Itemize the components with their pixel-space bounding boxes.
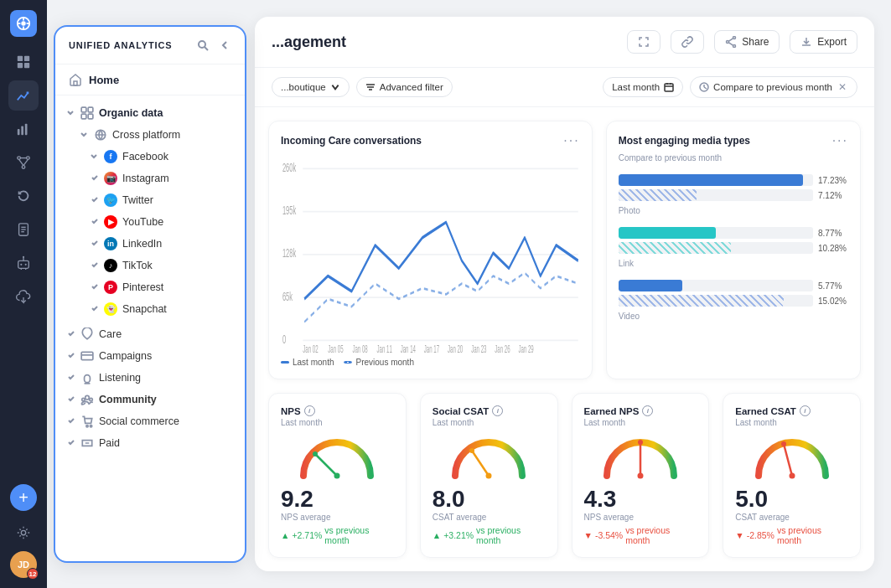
svg-point-91 [637, 473, 643, 479]
icon-sidebar: + JD 12 [0, 0, 47, 588]
add-button[interactable]: + [10, 484, 37, 511]
sidebar-icon-cloud[interactable] [8, 281, 39, 312]
tree-item-youtube[interactable]: ▶ YouTube [55, 211, 245, 233]
tree-item-pinterest[interactable]: P Pinterest [55, 276, 245, 298]
earned-csat-label: CSAT average [735, 513, 790, 522]
tree-item-linkedin[interactable]: in LinkedIn [55, 233, 245, 255]
svg-point-50 [727, 41, 729, 44]
tree-item-campaigns[interactable]: Campaigns [55, 345, 245, 367]
svg-rect-6 [18, 56, 23, 61]
incoming-care-chart: Incoming Care conversations ··· 260k 195… [268, 121, 593, 379]
media-bar-photo: 17.23% 7.12% Photo [619, 174, 848, 215]
line-chart-area: 260k 195k 128k 65k 0 [281, 153, 580, 353]
sidebar-icon-dashboard[interactable] [8, 47, 39, 77]
tree-item-tiktok[interactable]: ♪ TikTok [55, 255, 245, 276]
pinterest-label: Pinterest [122, 281, 235, 293]
media-types-chart: Most engaging media types ··· Compare to… [606, 121, 861, 379]
app-logo[interactable] [10, 10, 37, 37]
tree-item-social-commerce[interactable]: Social commerce [55, 410, 245, 432]
media-bar-row-video-prev: 15.02% [619, 295, 848, 307]
tree-item-listening[interactable]: Listening [55, 367, 245, 389]
legend-prev-month: Previous month [344, 358, 413, 367]
media-bar-fill-video-current [619, 280, 683, 291]
tree-item-facebook[interactable]: f Facebook [55, 146, 245, 168]
social-csat-label: CSAT average [433, 513, 487, 522]
svg-rect-24 [18, 260, 29, 268]
brand-filter-chip[interactable]: ...boutique [272, 77, 350, 97]
svg-point-14 [18, 157, 21, 160]
nps-change-value: +2.71% [292, 530, 322, 540]
incoming-chart-menu[interactable]: ··· [563, 133, 579, 148]
tree-section-organic: Organic data Cross platform f Facebook [55, 102, 245, 320]
nps-info-icon[interactable]: i [304, 405, 315, 416]
home-label: Home [89, 74, 119, 86]
tree-item-community[interactable]: Community [55, 389, 245, 410]
legend-last-month: Last month [281, 358, 334, 367]
compare-close-icon[interactable]: ✕ [837, 81, 848, 93]
metric-value-row-nps: 9.2 [281, 486, 313, 513]
organic-data-label: Organic data [99, 107, 235, 119]
svg-point-45 [82, 398, 85, 400]
advanced-filter-chip[interactable]: Advanced filter [356, 77, 453, 97]
metric-value-row-earned-csat: 5.0 [735, 486, 768, 513]
sidebar-icon-refresh[interactable] [8, 181, 39, 211]
tree-item-cross-platform[interactable]: Cross platform [55, 124, 245, 146]
svg-text:Jan 14: Jan 14 [401, 343, 416, 353]
listening-icon [80, 371, 94, 384]
compare-chip[interactable]: Compare to previous month ✕ [690, 76, 857, 98]
nav-home-item[interactable]: Home [55, 64, 245, 95]
nps-change-arrow: ▲ [281, 530, 289, 540]
app-title: UNIFIED ANALYTICS [69, 40, 173, 50]
svg-line-52 [729, 43, 733, 45]
svg-point-49 [733, 37, 736, 39]
community-icon [80, 393, 94, 406]
sidebar-icon-chart[interactable] [8, 114, 39, 144]
date-filter-chip[interactable]: Last month [603, 77, 683, 97]
metric-title-nps: NPS i [281, 405, 315, 416]
expand-btn[interactable] [627, 30, 660, 54]
avatar[interactable]: JD 12 [10, 551, 37, 578]
nps-change-text: vs previous month [324, 525, 393, 545]
tree-item-paid[interactable]: Paid [55, 432, 245, 454]
sidebar-icon-workflow[interactable] [8, 147, 39, 178]
social-csat-arrow: ▲ [433, 530, 441, 540]
metric-title-earned-csat: Earned CSAT i [735, 405, 811, 416]
sidebar-icon-reports[interactable] [8, 214, 39, 245]
svg-text:0: 0 [282, 332, 287, 345]
share-btn[interactable]: Share [714, 30, 780, 54]
content-card: ...agement Share Export [255, 17, 874, 571]
link-btn[interactable] [671, 30, 704, 54]
sidebar-icon-analytics[interactable] [8, 80, 39, 111]
svg-rect-57 [665, 84, 673, 91]
svg-text:Jan 05: Jan 05 [328, 343, 343, 353]
export-btn[interactable]: Export [790, 30, 857, 54]
earned-nps-info-icon[interactable]: i [642, 405, 653, 416]
tree-item-care[interactable]: Care [55, 323, 245, 345]
earned-csat-info-icon[interactable]: i [800, 405, 811, 416]
content-header: ...agement Share Export [255, 17, 874, 68]
tree-item-organic-data[interactable]: Organic data [55, 102, 245, 124]
search-icon-btn[interactable] [196, 39, 210, 52]
tree-item-twitter[interactable]: 🐦 Twitter [55, 189, 245, 211]
share-label: Share [742, 36, 769, 48]
metric-cards-row: NPS i Last month [268, 393, 861, 558]
nav-tree: Organic data Cross platform f Facebook [55, 95, 245, 561]
community-label: Community [99, 394, 235, 405]
svg-point-94 [789, 473, 795, 479]
tree-item-instagram[interactable]: 📷 Instagram [55, 168, 245, 189]
svg-line-87 [472, 451, 489, 476]
sidebar-icon-settings[interactable] [8, 518, 39, 548]
social-csat-change-text: vs previous month [476, 525, 545, 545]
cross-platform-label: Cross platform [112, 129, 235, 141]
svg-point-15 [27, 157, 30, 160]
collapse-icon-btn[interactable] [218, 39, 231, 52]
social-csat-info-icon[interactable]: i [492, 405, 503, 416]
tree-item-snapchat[interactable]: 👻 Snapchat [55, 298, 245, 320]
svg-rect-10 [18, 129, 20, 135]
media-chart-menu[interactable]: ··· [832, 133, 848, 148]
svg-point-89 [469, 448, 474, 453]
metric-card-social-csat: Social CSAT i Last month [420, 393, 558, 558]
sidebar-icon-bot[interactable] [8, 248, 39, 278]
svg-line-84 [315, 454, 337, 476]
chart-legend: Last month Previous month [281, 358, 580, 367]
